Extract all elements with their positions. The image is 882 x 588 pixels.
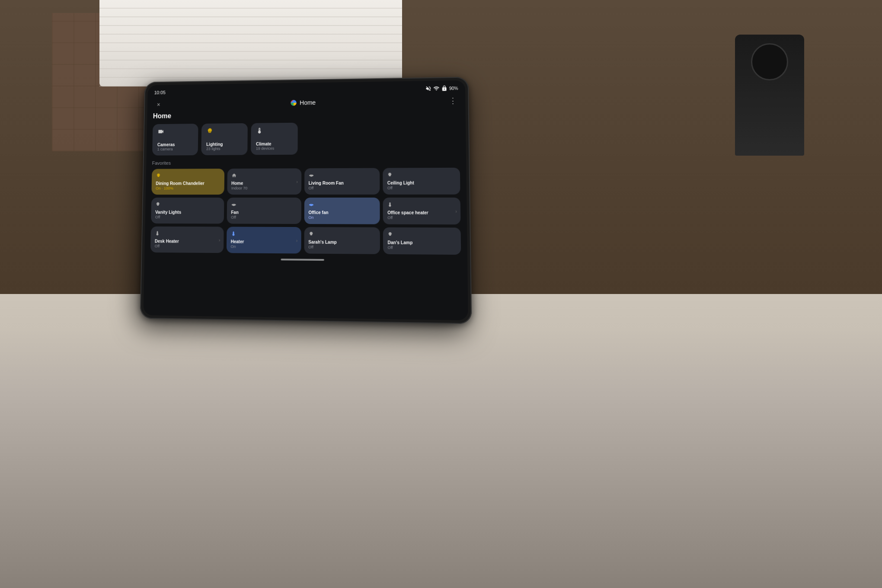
app-title-container: Home bbox=[290, 99, 316, 106]
living-room-fan-name: Living Room Fan bbox=[309, 181, 376, 186]
close-button[interactable]: × bbox=[154, 100, 163, 109]
lighting-name: Lighting bbox=[206, 142, 243, 147]
sarahs-lamp-status: Off bbox=[308, 245, 376, 249]
vanity-lights-icon bbox=[155, 202, 220, 208]
office-fan-icon bbox=[308, 202, 375, 208]
device-card-chandelier[interactable]: Dining Room Chandelier On · 100% bbox=[151, 169, 224, 195]
category-card-lighting[interactable]: Lighting 23 lights bbox=[201, 123, 248, 155]
lighting-count: 23 lights bbox=[206, 147, 243, 151]
heater-icon bbox=[231, 231, 297, 238]
category-card-cameras[interactable]: Cameras 1 camera bbox=[152, 124, 198, 156]
dans-lamp-status: Off bbox=[388, 246, 457, 250]
mute-icon bbox=[425, 86, 431, 92]
desk-heater-name: Desk Heater bbox=[155, 239, 219, 244]
heater-chevron: › bbox=[296, 238, 297, 243]
device-grid: Dining Room Chandelier On · 100% Home In… bbox=[150, 168, 461, 255]
office-heater-status: Off bbox=[387, 215, 456, 220]
sarahs-lamp-name: Sarah's Lamp bbox=[308, 240, 376, 245]
device-card-fan[interactable]: Fan Off bbox=[227, 198, 301, 224]
dans-lamp-name: Dan's Lamp bbox=[387, 240, 456, 246]
home-temp-chevron: › bbox=[296, 179, 297, 184]
ceiling-light-name: Ceiling Light bbox=[387, 180, 456, 185]
scene: 10:05 90% bbox=[0, 0, 882, 588]
chandelier-status: On · 100% bbox=[156, 186, 220, 190]
chandelier-name: Dining Room Chandelier bbox=[156, 181, 220, 186]
nav-bar bbox=[150, 254, 461, 265]
chandelier-icon bbox=[156, 173, 220, 179]
device-card-living-room-fan[interactable]: Living Room Fan Off bbox=[304, 168, 380, 195]
battery-label: 90% bbox=[449, 86, 458, 90]
device-card-office-fan[interactable]: Office fan On bbox=[304, 198, 380, 224]
cameras-icon bbox=[157, 128, 193, 137]
window-blinds bbox=[99, 0, 402, 86]
device-card-vanity-lights[interactable]: Vanity Lights Off bbox=[151, 198, 224, 224]
office-fan-name: Office fan bbox=[308, 210, 375, 215]
office-heater-icon bbox=[387, 202, 456, 208]
climate-count: 19 devices bbox=[256, 146, 293, 150]
device-card-ceiling-light[interactable]: Ceiling Light Off bbox=[383, 168, 460, 195]
ceiling-light-status: Off bbox=[387, 185, 456, 190]
sarahs-lamp-icon bbox=[308, 231, 376, 238]
fan-icon bbox=[231, 202, 297, 208]
vanity-lights-status: Off bbox=[155, 215, 220, 219]
lighting-icon bbox=[206, 128, 243, 136]
status-time: 10:05 bbox=[154, 90, 166, 95]
tablet-device: 10:05 90% bbox=[140, 77, 472, 324]
office-heater-chevron: › bbox=[455, 208, 457, 213]
device-card-heater[interactable]: Heater On › bbox=[227, 227, 301, 253]
nav-indicator[interactable] bbox=[281, 259, 324, 261]
device-card-office-space-heater[interactable]: Office space heater Off › bbox=[383, 198, 461, 224]
device-card-home-temp[interactable]: Home Indoor 70 › bbox=[227, 168, 301, 195]
status-icons: 90% bbox=[425, 85, 458, 92]
dans-lamp-icon bbox=[387, 232, 456, 239]
category-card-climate[interactable]: Climate 19 devices bbox=[251, 123, 298, 155]
app-title: Home bbox=[300, 99, 316, 106]
more-button[interactable]: ⋮ bbox=[448, 96, 458, 105]
favorites-label: Favorites bbox=[152, 159, 460, 166]
cameras-name: Cameras bbox=[157, 142, 193, 147]
wifi-icon bbox=[433, 86, 439, 92]
cameras-count: 1 camera bbox=[157, 147, 193, 151]
climate-icon bbox=[256, 127, 293, 136]
device-card-sarahs-lamp[interactable]: Sarah's Lamp Off bbox=[304, 227, 380, 254]
home-temp-status: Indoor 70 bbox=[231, 186, 297, 190]
coffee-maker bbox=[735, 35, 804, 156]
ceiling-light-icon bbox=[387, 172, 456, 179]
climate-name: Climate bbox=[256, 141, 293, 146]
fan-status: Off bbox=[231, 215, 297, 220]
heater-name: Heater bbox=[231, 239, 297, 245]
office-heater-name: Office space heater bbox=[387, 210, 456, 216]
heater-status: On bbox=[231, 244, 297, 249]
device-card-desk-heater[interactable]: Desk Heater Off › bbox=[150, 227, 224, 253]
desk-heater-icon bbox=[155, 231, 219, 238]
category-row: Cameras 1 camera Lighting 23 lights bbox=[152, 121, 460, 156]
vanity-lights-name: Vanity Lights bbox=[155, 210, 220, 215]
living-room-fan-status: Off bbox=[309, 186, 376, 190]
home-icon bbox=[231, 173, 297, 179]
home-temp-name: Home bbox=[231, 181, 297, 186]
tablet-screen: 10:05 90% bbox=[144, 80, 468, 320]
device-card-dans-lamp[interactable]: Dan's Lamp Off bbox=[383, 227, 461, 255]
fan-name: Fan bbox=[231, 210, 297, 215]
office-fan-status: On bbox=[308, 215, 375, 220]
google-home-icon bbox=[290, 99, 297, 106]
desk-heater-status: Off bbox=[155, 244, 220, 249]
desk-heater-chevron: › bbox=[219, 237, 220, 242]
living-room-fan-icon bbox=[309, 173, 376, 179]
lock-icon bbox=[441, 85, 447, 91]
main-content: Home Cameras 1 camera bbox=[144, 109, 467, 265]
